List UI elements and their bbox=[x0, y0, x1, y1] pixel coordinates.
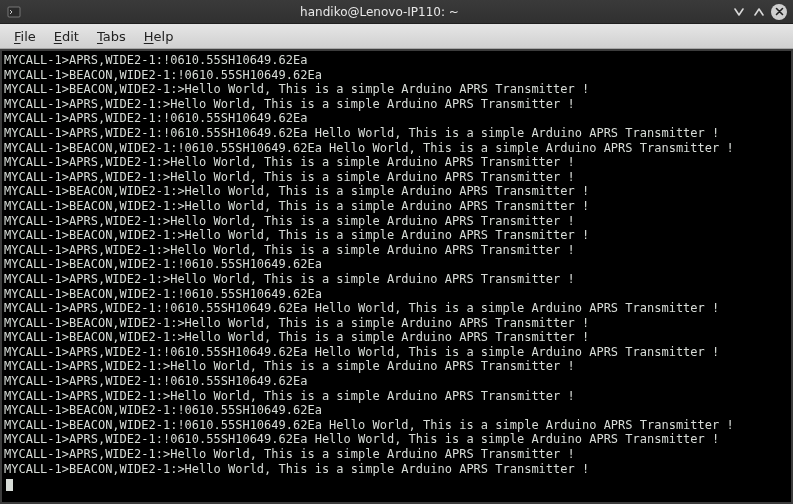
terminal-line: MYCALL-1>APRS,WIDE2-1:>Hello World, This… bbox=[2, 389, 789, 404]
terminal-app-icon bbox=[7, 5, 21, 19]
terminal-line: MYCALL-1>APRS,WIDE2-1:!0610.55SH10649.62… bbox=[2, 53, 789, 68]
terminal-line: MYCALL-1>BEACON,WIDE2-1:!0610.55SH10649.… bbox=[2, 68, 789, 83]
app-icon bbox=[0, 0, 28, 23]
terminal-line: MYCALL-1>APRS,WIDE2-1:!0610.55SH10649.62… bbox=[2, 111, 789, 126]
terminal-line: MYCALL-1>BEACON,WIDE2-1:>Hello World, Th… bbox=[2, 82, 789, 97]
terminal-line: MYCALL-1>APRS,WIDE2-1:>Hello World, This… bbox=[2, 272, 789, 287]
terminal-line: MYCALL-1>BEACON,WIDE2-1:>Hello World, Th… bbox=[2, 330, 789, 345]
terminal-line: MYCALL-1>APRS,WIDE2-1:!0610.55SH10649.62… bbox=[2, 345, 789, 360]
window-title: handiko@Lenovo-IP110: ~ bbox=[28, 5, 731, 19]
terminal-line: MYCALL-1>APRS,WIDE2-1:>Hello World, This… bbox=[2, 447, 789, 462]
terminal-line: MYCALL-1>BEACON,WIDE2-1:>Hello World, Th… bbox=[2, 316, 789, 331]
menu-help[interactable]: Help bbox=[136, 27, 182, 46]
terminal-line: MYCALL-1>APRS,WIDE2-1:>Hello World, This… bbox=[2, 214, 789, 229]
terminal-cursor-line bbox=[2, 476, 789, 491]
terminal-line: MYCALL-1>BEACON,WIDE2-1:!0610.55SH10649.… bbox=[2, 403, 789, 418]
terminal-line: MYCALL-1>BEACON,WIDE2-1:!0610.55SH10649.… bbox=[2, 287, 789, 302]
terminal-window: handiko@Lenovo-IP110: ~ File Edit Tabs H… bbox=[0, 0, 793, 504]
terminal-line: MYCALL-1>BEACON,WIDE2-1:!0610.55SH10649.… bbox=[2, 257, 789, 272]
svg-rect-0 bbox=[8, 7, 20, 17]
window-controls bbox=[731, 4, 793, 20]
close-icon[interactable] bbox=[771, 4, 787, 20]
terminal-line: MYCALL-1>APRS,WIDE2-1:>Hello World, This… bbox=[2, 155, 789, 170]
terminal-line: MYCALL-1>APRS,WIDE2-1:!0610.55SH10649.62… bbox=[2, 301, 789, 316]
terminal-line: MYCALL-1>APRS,WIDE2-1:!0610.55SH10649.62… bbox=[2, 374, 789, 389]
terminal-line: MYCALL-1>BEACON,WIDE2-1:>Hello World, Th… bbox=[2, 462, 789, 477]
menubar: File Edit Tabs Help bbox=[0, 24, 793, 49]
terminal-line: MYCALL-1>BEACON,WIDE2-1:!0610.55SH10649.… bbox=[2, 418, 789, 433]
terminal-line: MYCALL-1>APRS,WIDE2-1:>Hello World, This… bbox=[2, 243, 789, 258]
terminal-line: MYCALL-1>APRS,WIDE2-1:!0610.55SH10649.62… bbox=[2, 126, 789, 141]
terminal-line: MYCALL-1>BEACON,WIDE2-1:>Hello World, Th… bbox=[2, 184, 789, 199]
terminal-line: MYCALL-1>APRS,WIDE2-1:!0610.55SH10649.62… bbox=[2, 432, 789, 447]
terminal-line: MYCALL-1>APRS,WIDE2-1:>Hello World, This… bbox=[2, 170, 789, 185]
terminal-line: MYCALL-1>BEACON,WIDE2-1:>Hello World, Th… bbox=[2, 199, 789, 214]
menu-edit[interactable]: Edit bbox=[46, 27, 87, 46]
terminal-output[interactable]: MYCALL-1>APRS,WIDE2-1:!0610.55SH10649.62… bbox=[2, 51, 791, 502]
maximize-icon[interactable] bbox=[751, 4, 767, 20]
terminal-line: MYCALL-1>BEACON,WIDE2-1:>Hello World, Th… bbox=[2, 228, 789, 243]
cursor bbox=[6, 479, 13, 491]
menu-file[interactable]: File bbox=[6, 27, 44, 46]
titlebar[interactable]: handiko@Lenovo-IP110: ~ bbox=[0, 0, 793, 24]
terminal-line: MYCALL-1>BEACON,WIDE2-1:!0610.55SH10649.… bbox=[2, 141, 789, 156]
terminal-line: MYCALL-1>APRS,WIDE2-1:>Hello World, This… bbox=[2, 97, 789, 112]
menu-tabs[interactable]: Tabs bbox=[89, 27, 134, 46]
minimize-icon[interactable] bbox=[731, 4, 747, 20]
terminal-line: MYCALL-1>APRS,WIDE2-1:>Hello World, This… bbox=[2, 359, 789, 374]
